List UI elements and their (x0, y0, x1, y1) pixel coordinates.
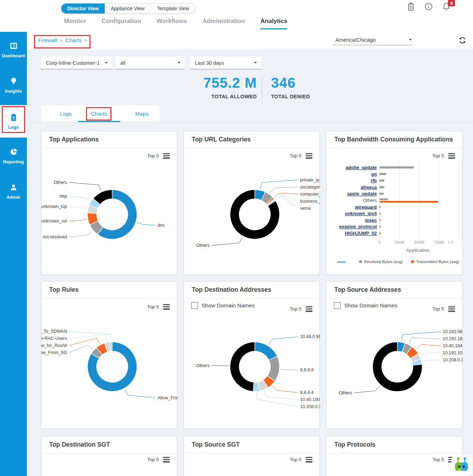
svg-text:Allow_From_Trust: Allow_From_Trust (157, 395, 178, 400)
card-top-source-addresses: Top Source Addresses Show Domain Names T… (326, 281, 462, 429)
chart-menu-icon[interactable] (163, 457, 170, 463)
svg-text:8.8.4.4: 8.8.4.4 (300, 390, 313, 395)
nav-workflows[interactable]: Workflows (157, 18, 187, 29)
card-header: Top Protocols (327, 436, 462, 453)
svg-text:1 0...: 1 0... (448, 240, 457, 244)
director-view-tab[interactable]: Director View (61, 4, 105, 13)
sidebar-item-dashboard[interactable]: Dashboard (0, 36, 27, 63)
nav-configuration[interactable]: Configuration (102, 18, 141, 29)
top-source-addresses-donut-chart: 10.192.56.7810.192.164.1010.40.184.19010… (327, 298, 463, 430)
total-allowed-value: 755.2 M (177, 75, 257, 91)
scope-filter-value: all (120, 60, 126, 66)
time-range-value: Last 30 days (195, 60, 224, 66)
top5-label: Top 5 (432, 457, 444, 462)
top5-label: Top 5 (147, 457, 159, 462)
card-body: Show Domain Names Top 5 10.48.0.998.8.8.… (184, 298, 319, 430)
chart-menu-icon[interactable] (306, 153, 312, 159)
svg-text:Application: Application (406, 248, 429, 253)
card-top-source-sgt: Top Source SGT Top 5 (184, 436, 320, 476)
robot-mascot-watermark (450, 454, 473, 476)
nav-analytics[interactable]: Analytics (260, 18, 287, 29)
sidebar-item-logs[interactable]: Logs (0, 105, 27, 138)
breadcrumb-firewall[interactable]: Firewall (38, 37, 57, 43)
top5-control: Top 5 (290, 153, 312, 159)
chart-menu-icon[interactable] (306, 306, 312, 312)
svg-text:0: 0 (379, 240, 381, 244)
chart-menu-icon[interactable] (163, 304, 170, 310)
view-switcher: Director View Appliance View Template Vi… (61, 3, 196, 14)
breadcrumb-charts[interactable]: Charts (65, 37, 82, 43)
card-title: Top Protocols (334, 441, 375, 448)
timezone-select[interactable]: America/Chicago (333, 35, 413, 45)
sidebar-item-insights[interactable]: Insights (0, 72, 27, 99)
svg-text:750M: 750M (434, 240, 444, 244)
sidebar-item-reporting[interactable]: Reporting (0, 143, 27, 169)
nav-monitor[interactable]: Monitor (64, 18, 86, 29)
chart-menu-icon[interactable] (448, 153, 455, 159)
total-allowed-stat: 755.2 M TOTAL ALLOWED (177, 75, 257, 99)
svg-text:10.48.0.99: 10.48.0.99 (300, 334, 320, 339)
sidebar-item-admin[interactable]: Admin (0, 178, 27, 205)
bandwidth-bar-chart[interactable]: adobe_updategitrfbafreecaapple_updateOth… (327, 148, 463, 275)
show-domain-names-label: Show Domain Names (344, 302, 397, 309)
tasks-clipboard-icon[interactable] (406, 2, 416, 11)
top5-label: Top 5 (290, 306, 301, 312)
card-top-url-categories: Top URL Categories Top 5 private_ip_addr… (184, 131, 320, 275)
card-title: Top Bandwidth Consuming Applications (334, 136, 453, 143)
refresh-icon[interactable] (458, 36, 467, 45)
tab-charts[interactable]: Charts (85, 105, 113, 122)
svg-text:10.192.56.78: 10.192.56.78 (443, 329, 463, 334)
svg-text:Received Bytes (avg): Received Bytes (avg) (364, 260, 403, 264)
top5-control: Top 5 (432, 306, 455, 312)
card-header: Top Source Addresses (327, 281, 462, 298)
svg-text:dns: dns (157, 223, 165, 228)
tabs-bottom-border (27, 122, 473, 122)
tab-maps[interactable]: Maps (126, 105, 158, 122)
template-view-tab[interactable]: Template View (151, 4, 195, 13)
time-range-select[interactable]: Last 30 days (190, 57, 261, 69)
card-title: Top URL Categories (192, 136, 251, 143)
chart-menu-icon[interactable] (163, 153, 170, 159)
content-tabs: Logs Charts Maps (41, 105, 160, 122)
show-domain-names-control: Show Domain Names (191, 302, 255, 309)
sidebar-item-label: Reporting (3, 159, 24, 164)
top5-control: Top 5 (147, 153, 170, 159)
card-top-protocols: Top Protocols Top 5 (326, 436, 462, 476)
notifications-bell-icon[interactable]: 9 (442, 2, 451, 11)
info-icon[interactable] (424, 2, 433, 11)
appliance-filter-value: Corp-Inline-Customer-1 (46, 60, 100, 66)
nav-administration[interactable]: Administration (202, 18, 245, 29)
svg-text:rfb: rfb (371, 178, 377, 183)
show-domain-names-checkbox[interactable] (191, 302, 198, 309)
card-top-bandwidth-applications: Top Bandwidth Consuming Applications Top… (326, 131, 462, 275)
top5-label: Top 5 (147, 304, 159, 309)
svg-text:private_ip_addresses: private_ip_addresses (300, 178, 320, 182)
card-title: Top Source SGT (192, 441, 240, 448)
show-domain-names-checkbox[interactable] (334, 302, 341, 309)
svg-text:evasive_protocol: evasive_protocol (339, 224, 377, 229)
card-body: Top 5 (327, 453, 462, 476)
top-rules-donut-chart: Allow_From_TrustAllow_From_SDAllow_for_R… (41, 298, 178, 430)
top5-control: Top 5 (290, 306, 312, 312)
scope-filter-select[interactable]: all (115, 57, 185, 69)
user-icon (10, 183, 18, 193)
svg-text:Transmitted Bytes (avg): Transmitted Bytes (avg) (416, 260, 459, 264)
card-header: Top Applications (41, 131, 177, 148)
chart-menu-icon[interactable] (448, 306, 455, 312)
svg-text:250M: 250M (394, 240, 405, 244)
svg-text:Others: Others (196, 243, 210, 248)
card-header: Top Destination Addresses (184, 281, 319, 298)
svg-text:Others: Others (339, 390, 352, 395)
svg-text:computer_and: computer_and (300, 192, 320, 197)
appliance-filter-select[interactable]: Corp-Inline-Customer-1 (41, 57, 112, 69)
svg-text:Allow_To_SDWAN: Allow_To_SDWAN (41, 329, 67, 334)
top5-label: Top 5 (432, 306, 444, 312)
card-body: Top 5 adobe_updategitrfbafreecaapple_upd… (327, 148, 462, 275)
sidebar-item-label: Insights (5, 89, 22, 94)
svg-text:wireguard: wireguard (354, 204, 377, 210)
breadcrumb: Firewall > Charts > (38, 37, 87, 43)
chart-menu-icon[interactable] (306, 457, 312, 463)
tab-logs[interactable]: Logs (48, 105, 83, 122)
card-header: Top Destination SGT (41, 436, 177, 453)
appliance-view-tab[interactable]: Appliance View (105, 4, 150, 13)
